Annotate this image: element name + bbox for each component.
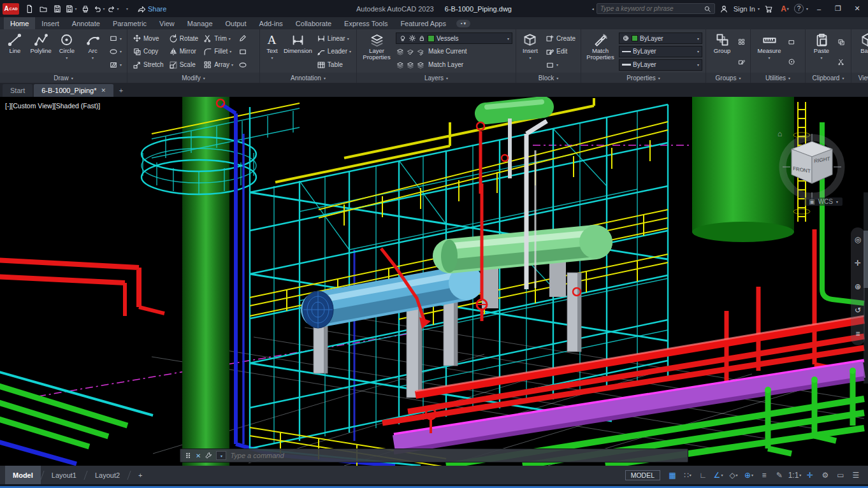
orbit-icon[interactable]: ↺	[855, 306, 861, 315]
layer-freeze-tool[interactable]	[406, 59, 415, 71]
offset-button[interactable]	[236, 59, 249, 71]
ribbon-tab-home[interactable]: Home	[4, 17, 35, 29]
ellipse-tool-button[interactable]: ▾	[107, 45, 124, 57]
panel-label-layers[interactable]: Layers▾	[357, 73, 516, 83]
ribbon-tab-addins[interactable]: Add-ins	[253, 17, 289, 29]
new-file-button[interactable]	[22, 2, 36, 15]
scale-button[interactable]: Scale	[167, 59, 200, 71]
isometric-drafting-toggle[interactable]: ◇▾	[727, 468, 741, 482]
close-button[interactable]: ✕	[849, 2, 865, 15]
viewport-controls-label[interactable]: [-][Custom View][Shaded (Fast)]	[5, 102, 100, 110]
search-icon[interactable]	[704, 5, 711, 13]
mirror-button[interactable]: Mirror	[167, 45, 200, 57]
layout-tab-model[interactable]: Model	[5, 466, 41, 484]
ribbon-tab-view[interactable]: View	[153, 17, 181, 29]
layer-thaw-sun-icon[interactable]	[409, 34, 416, 42]
text-button[interactable]: Text▾	[263, 31, 281, 72]
measure-button[interactable]: Measure▾	[754, 31, 785, 72]
file-tab-start[interactable]: Start	[3, 84, 33, 97]
arc-button[interactable]: Arc▾	[81, 31, 105, 72]
annotation-visibility-toggle[interactable]: ✛	[803, 468, 817, 482]
panel-label-modify[interactable]: Modify▾	[127, 73, 259, 83]
showmotion-icon[interactable]: ≡	[855, 329, 860, 338]
paste-button[interactable]: Paste▾	[809, 31, 834, 72]
drawing-viewport[interactable]: [-][Custom View][Shaded (Fast)] FRONT RI…	[0, 97, 868, 466]
layout-tab-layout2[interactable]: Layout2	[87, 466, 127, 484]
linear-button[interactable]: Linear▾	[315, 32, 353, 45]
customization-menu-button[interactable]: ☰	[849, 468, 863, 482]
ribbon-tab-insert[interactable]: Insert	[35, 17, 66, 29]
ribbon-display-toggle[interactable]: ▪ ▾	[456, 20, 470, 27]
workspace-switching-button[interactable]: ⚙	[818, 468, 832, 482]
new-tab-button[interactable]: +	[115, 84, 127, 97]
search-input[interactable]	[600, 5, 701, 12]
group-button[interactable]: Group	[709, 31, 735, 72]
annotation-scale-button[interactable]: 1:1▾	[788, 468, 802, 482]
new-layout-button[interactable]: +	[131, 466, 150, 484]
navigation-bar[interactable]: ◎ ✛ ⊕ ↺ ≡	[851, 227, 865, 345]
ribbon-tab-output[interactable]: Output	[219, 17, 253, 29]
command-customize-wrench-icon[interactable]	[205, 452, 212, 459]
ribbon-tab-manage[interactable]: Manage	[181, 17, 219, 29]
layer-select[interactable]: Vessels ▾	[396, 32, 512, 44]
layer-isolate-tool[interactable]	[396, 59, 405, 71]
zoom-extents-icon[interactable]: ⊕	[855, 282, 861, 291]
close-tab-icon[interactable]: ✕	[101, 87, 106, 94]
wcs-selector[interactable]: ▣ WCS ▾	[804, 197, 843, 206]
panel-label-clipboard[interactable]: Clipboard▾	[806, 73, 851, 83]
insert-block-button[interactable]: Insert▾	[519, 31, 541, 72]
redo-button[interactable]: ▾	[106, 2, 120, 15]
store-cart-icon[interactable]	[762, 2, 776, 15]
sign-in-button[interactable]: Sign In	[734, 5, 755, 13]
group-edit-button[interactable]	[737, 55, 746, 68]
erase-button[interactable]	[236, 32, 249, 45]
grid-display-toggle[interactable]: ▦	[665, 468, 679, 482]
command-input[interactable]	[230, 452, 684, 459]
linetype-select[interactable]: ByLayer ▾	[619, 46, 702, 57]
base-view-button[interactable]: Base	[855, 31, 868, 72]
file-tab-document[interactable]: 6-B-1000_Piping* ✕	[34, 84, 113, 97]
polyline-button[interactable]: Polyline	[29, 31, 53, 72]
polar-tracking-toggle[interactable]: ∠▾	[711, 468, 725, 482]
collapse-search-icon[interactable]: ◂	[592, 6, 594, 11]
object-snap-toggle[interactable]: ⊕▾	[742, 468, 756, 482]
help-button[interactable]: ?	[794, 4, 804, 13]
autocad-logo-icon[interactable]: ACAD	[3, 3, 19, 15]
match-layer-button[interactable]: Match Layer	[426, 59, 465, 71]
create-block-button[interactable]: Create	[544, 32, 577, 45]
layer-on-bulb-icon[interactable]	[399, 34, 407, 42]
quick-select-button[interactable]	[787, 36, 796, 48]
user-icon[interactable]	[718, 2, 731, 15]
search-box[interactable]	[597, 3, 715, 14]
line-button[interactable]: Line	[3, 31, 27, 72]
layer-off-tool[interactable]	[416, 59, 425, 71]
save-button[interactable]	[50, 2, 64, 15]
object-color-select[interactable]: ByLayer ▾	[619, 32, 702, 44]
array-button[interactable]: Array▾	[201, 59, 235, 71]
match-properties-button[interactable]: Match Properties	[584, 31, 616, 72]
edit-block-button[interactable]: Edit	[544, 45, 577, 57]
circle-button[interactable]: Circle▾	[55, 31, 79, 72]
copy-clip-button[interactable]	[837, 36, 846, 48]
ribbon-tab-annotate[interactable]: Annotate	[66, 17, 106, 29]
command-grip-icon[interactable]	[184, 452, 192, 459]
layer-color-chip[interactable]	[428, 35, 435, 42]
snap-mode-toggle[interactable]: ∷▾	[681, 468, 695, 482]
layer-lock-icon[interactable]	[418, 34, 426, 42]
lineweight-select[interactable]: ByLayer ▾	[619, 59, 702, 71]
stretch-button[interactable]: Stretch	[131, 59, 166, 71]
clean-screen-toggle[interactable]: ▭	[834, 468, 848, 482]
layer-properties-button[interactable]: Layer Properties	[360, 31, 393, 72]
layout-tab-layout1[interactable]: Layout1	[44, 466, 84, 484]
plot-button[interactable]	[78, 2, 92, 15]
lineweight-display-toggle[interactable]: ≡	[757, 468, 771, 482]
model-space-badge[interactable]: MODEL	[625, 470, 660, 480]
rotate-button[interactable]: Rotate	[167, 32, 200, 45]
leader-button[interactable]: Leader▾	[315, 45, 353, 57]
ribbon-tab-collaborate[interactable]: Collaborate	[289, 17, 338, 29]
ungroup-button[interactable]	[737, 36, 746, 48]
panel-label-view[interactable]: View▾	[851, 73, 868, 83]
panel-label-utilities[interactable]: Utilities▾	[751, 73, 805, 83]
copy-button[interactable]: Copy	[131, 45, 166, 57]
fillet-button[interactable]: Fillet▾	[201, 45, 235, 57]
